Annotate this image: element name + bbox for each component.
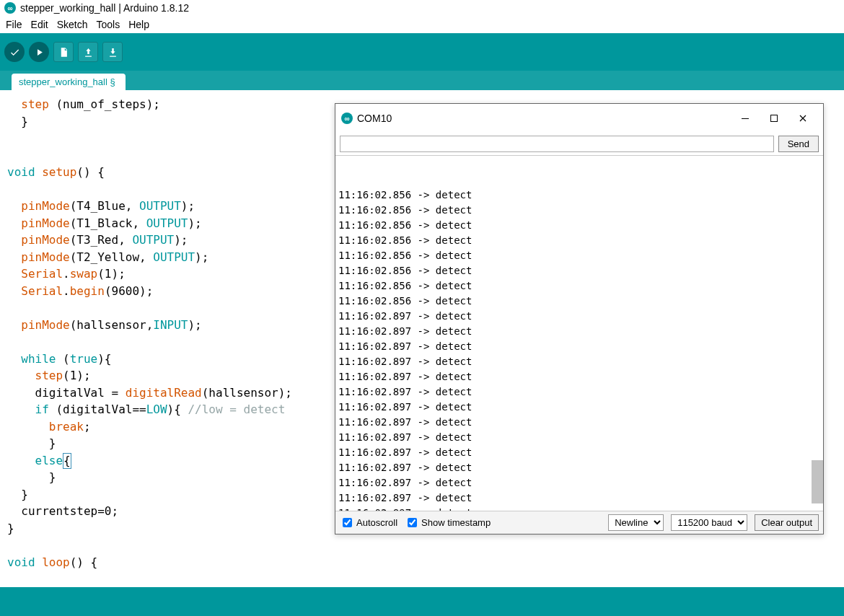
toolbar <box>0 33 844 71</box>
serial-line: 11:16:02.897 -> detect <box>338 369 820 384</box>
minimize-button[interactable] <box>731 108 760 128</box>
serial-line: 11:16:02.856 -> detect <box>338 233 820 248</box>
serial-output[interactable]: 11:16:02.856 -> detect11:16:02.856 -> de… <box>335 156 823 511</box>
download-arrow-icon <box>107 47 118 58</box>
serial-bottom-bar: Autoscroll Show timestamp Newline 115200… <box>335 511 823 534</box>
scrollbar-thumb[interactable] <box>812 460 823 503</box>
timestamp-checkbox[interactable]: Show timestamp <box>405 516 491 529</box>
tab-sketch[interactable]: stepper_working_hall § <box>12 74 126 90</box>
arduino-logo-icon: ∞ <box>341 113 353 124</box>
timestamp-input[interactable] <box>408 518 417 527</box>
status-bar <box>0 587 844 616</box>
serial-line: 11:16:02.897 -> detect <box>338 384 820 400</box>
new-sketch-button[interactable] <box>53 42 74 62</box>
serial-line: 11:16:02.856 -> detect <box>338 218 820 233</box>
serial-input-row: Send <box>335 133 823 156</box>
svg-rect-1 <box>771 115 778 122</box>
check-icon <box>9 47 20 58</box>
serial-line: 11:16:02.856 -> detect <box>338 278 820 294</box>
serial-line: 11:16:02.897 -> detect <box>338 339 820 354</box>
window-title: stepper_working_hall | Arduino 1.8.12 <box>20 2 189 14</box>
baud-select[interactable]: 115200 baud <box>671 514 747 531</box>
upload-button[interactable] <box>29 42 49 62</box>
clear-output-button[interactable]: Clear output <box>755 514 819 531</box>
file-icon <box>58 47 69 58</box>
tab-strip: stepper_working_hall § <box>0 71 844 90</box>
maximize-icon <box>770 114 778 123</box>
timestamp-label: Show timestamp <box>421 517 491 528</box>
close-button[interactable] <box>788 108 817 128</box>
serial-titlebar: ∞ COM10 <box>335 104 823 133</box>
serial-line: 11:16:02.897 -> detect <box>338 324 820 339</box>
app-titlebar: ∞ stepper_working_hall | Arduino 1.8.12 <box>0 0 844 16</box>
serial-line: 11:16:02.897 -> detect <box>338 415 820 430</box>
serial-line: 11:16:02.897 -> detect <box>338 445 820 460</box>
serial-monitor-window: ∞ COM10 Send 11:16:02.856 -> detect11:16… <box>335 103 824 534</box>
menu-edit[interactable]: Edit <box>28 17 51 32</box>
arduino-logo-icon: ∞ <box>4 2 16 14</box>
serial-line: 11:16:02.897 -> detect <box>338 460 820 475</box>
serial-line: 11:16:02.856 -> detect <box>338 248 820 263</box>
svg-rect-0 <box>742 118 749 119</box>
autoscroll-label: Autoscroll <box>356 517 397 528</box>
autoscroll-input[interactable] <box>343 518 352 527</box>
serial-line: 11:16:02.897 -> detect <box>338 430 820 445</box>
menu-sketch[interactable]: Sketch <box>54 17 91 32</box>
serial-line: 11:16:02.897 -> detect <box>338 506 820 511</box>
save-sketch-button[interactable] <box>102 42 123 62</box>
upload-arrow-icon <box>83 47 94 58</box>
autoscroll-checkbox[interactable]: Autoscroll <box>340 516 397 529</box>
line-ending-select[interactable]: Newline <box>608 514 664 531</box>
serial-line: 11:16:02.856 -> detect <box>338 188 820 203</box>
serial-line: 11:16:02.897 -> detect <box>338 490 820 506</box>
open-sketch-button[interactable] <box>78 42 98 62</box>
maximize-button[interactable] <box>760 108 788 128</box>
menu-file[interactable]: File <box>3 17 25 32</box>
serial-line: 11:16:02.897 -> detect <box>338 475 820 490</box>
minimize-icon <box>741 114 750 123</box>
serial-send-input[interactable] <box>340 136 774 152</box>
menu-help[interactable]: Help <box>126 17 152 32</box>
serial-send-button[interactable]: Send <box>778 136 819 152</box>
verify-button[interactable] <box>4 42 25 62</box>
serial-line: 11:16:02.897 -> detect <box>338 309 820 324</box>
close-icon <box>799 114 807 123</box>
serial-line: 11:16:02.856 -> detect <box>338 263 820 278</box>
menubar: FileEditSketchToolsHelp <box>0 16 844 33</box>
menu-tools[interactable]: Tools <box>94 17 123 32</box>
serial-line: 11:16:02.856 -> detect <box>338 203 820 218</box>
serial-title: COM10 <box>357 113 392 124</box>
serial-line: 11:16:02.897 -> detect <box>338 354 820 369</box>
arrow-right-icon <box>34 47 45 58</box>
serial-line: 11:16:02.897 -> detect <box>338 400 820 415</box>
serial-line: 11:16:02.856 -> detect <box>338 294 820 309</box>
